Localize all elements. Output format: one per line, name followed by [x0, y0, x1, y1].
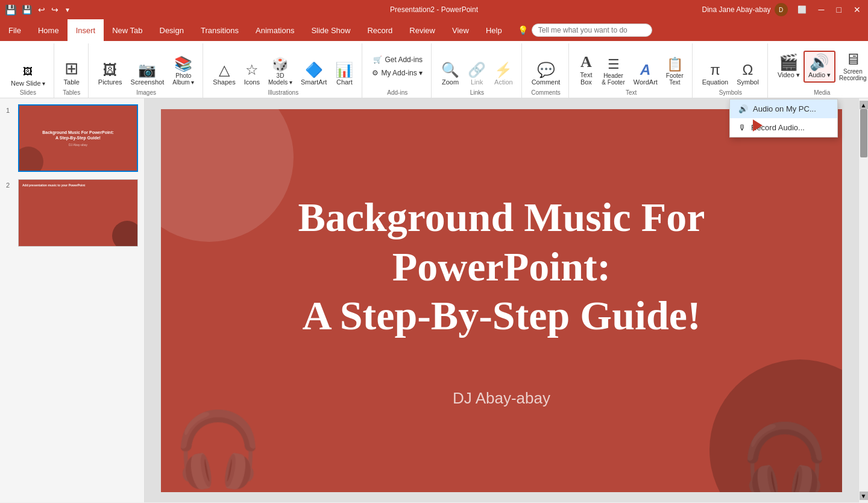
header-footer-button[interactable]: ☰ Header& Footer — [598, 55, 628, 88]
symbol-button[interactable]: Ω Symbol — [733, 60, 763, 88]
user-area: Dina Jane Abay-abay D — [702, 3, 788, 16]
new-slide-icon: 🖼 — [23, 66, 33, 77]
ribbon-group-addins-label: Add-ins — [368, 88, 426, 98]
get-addins-button[interactable]: 🛒 Get Add-ins — [370, 54, 426, 66]
tell-me-input[interactable] — [532, 24, 652, 37]
ribbon-group-links: 🔍 Zoom 🔗 Link ⚡ Action Links — [433, 43, 522, 98]
slide-number-1: 1 — [6, 104, 14, 114]
screen-recording-button[interactable]: 🖥 ScreenRecording — [835, 49, 868, 84]
3d-models-button[interactable]: 🎲 3DModels ▾ — [265, 55, 296, 88]
window-title: Presentation2 - PowerPoint — [390, 5, 478, 14]
3d-models-label: 3DModels ▾ — [268, 72, 292, 86]
screen-recording-label: ScreenRecording — [839, 68, 867, 81]
text-box-button[interactable]: A TextBox — [575, 52, 597, 88]
menu-view[interactable]: View — [444, 19, 477, 41]
scroll-down-button[interactable]: ▼ — [860, 492, 868, 500]
menu-home[interactable]: Home — [30, 19, 68, 41]
new-slide-label: New Slide — [11, 80, 41, 87]
audio-icon: 🔊 — [810, 54, 829, 70]
screenshot-button[interactable]: 📷 Screenshot — [127, 60, 168, 88]
menu-design[interactable]: Design — [151, 19, 192, 41]
audio-on-my-pc-item[interactable]: 🔊 Audio on My PC... — [730, 100, 837, 118]
video-label: Video ▾ — [778, 71, 800, 79]
slide-thumb-inner-1: Background Music For PowerPoint:A Step-B… — [18, 104, 138, 172]
menu-slideshow[interactable]: Slide Show — [303, 19, 359, 41]
ribbon-group-text: A TextBox ☰ Header& Footer A WordArt 📋 F… — [570, 43, 692, 98]
shapes-button[interactable]: △ Shapes — [209, 60, 239, 88]
icons-button[interactable]: ☆ Icons — [241, 60, 263, 88]
audio-button[interactable]: 🔊 Audio ▾ — [804, 51, 835, 83]
icons-label: Icons — [244, 78, 260, 86]
slide-thumb-2[interactable]: 2 Add presentation music to your PowerPo… — [5, 178, 139, 248]
chart-button[interactable]: 📊 Chart — [332, 60, 357, 88]
audio-on-pc-label: Audio on My PC... — [753, 104, 816, 113]
slide-thumb-1[interactable]: 1 Background Music For PowerPoint:A Step… — [5, 103, 139, 173]
minimize-button[interactable]: ─ — [816, 5, 827, 14]
zoom-label: Zoom — [442, 78, 459, 86]
symbol-icon: Ω — [743, 63, 753, 77]
smartart-button[interactable]: 🔷 SmartArt — [297, 60, 330, 88]
restore-window-icon[interactable]: ⬜ — [795, 5, 809, 14]
menu-newtab[interactable]: New Tab — [104, 19, 151, 41]
menu-insert[interactable]: Insert — [68, 19, 104, 41]
slide-number-2: 2 — [6, 179, 14, 189]
photo-album-icon: 📚 — [174, 57, 192, 71]
comment-label: Comment — [532, 78, 561, 86]
record-audio-icon: 🎙 — [738, 123, 746, 132]
slide1-thumb-sub: DJ Abay-abay — [69, 143, 87, 147]
text-box-icon: A — [580, 54, 592, 70]
close-button[interactable]: ✕ — [851, 5, 863, 14]
table-button[interactable]: ⊞ Table — [60, 58, 83, 88]
record-audio-item[interactable]: 🎙 Record Audio... — [730, 118, 837, 137]
scroll-thumb[interactable] — [860, 109, 867, 157]
my-addins-button[interactable]: ⚙ My Add-ins ▾ — [368, 67, 426, 79]
menu-transitions[interactable]: Transitions — [192, 19, 247, 41]
comment-button[interactable]: 💬 Comment — [528, 60, 564, 88]
ribbon-group-symbols: π Equation Ω Symbol Symbols — [694, 43, 768, 98]
main-area: 1 Background Music For PowerPoint:A Step… — [0, 98, 868, 502]
quick-access-customize[interactable]: ▼ — [63, 7, 72, 13]
quick-access-save[interactable]: 💾 — [20, 5, 33, 14]
equation-button[interactable]: π Equation — [699, 60, 732, 88]
menu-animations[interactable]: Animations — [247, 19, 303, 41]
title-bar-left: 💾 💾 ↩ ↪ ▼ — [5, 4, 72, 16]
audio-label: Audio ▾ — [808, 71, 831, 79]
scroll-up-button[interactable]: ▲ — [860, 101, 868, 109]
get-addins-icon: 🛒 — [373, 55, 382, 64]
ribbon-group-tables: ⊞ Table Tables — [55, 43, 89, 98]
footer-text-icon: 📋 — [667, 58, 683, 71]
ribbon-group-text-label: Text — [575, 88, 687, 98]
ribbon-group-media-label: Media — [774, 88, 868, 98]
video-icon: 🎬 — [779, 54, 798, 70]
wordart-button[interactable]: A WordArt — [630, 60, 661, 88]
slides-panel: 1 Background Music For PowerPoint:A Step… — [0, 98, 145, 502]
quick-access-redo[interactable]: ↪ — [50, 5, 60, 14]
quick-access-undo[interactable]: ↩ — [37, 5, 46, 14]
menu-help[interactable]: Help — [477, 19, 511, 41]
pictures-button[interactable]: 🖼 Pictures — [95, 60, 126, 88]
screen-recording-icon: 🖥 — [845, 51, 861, 67]
zoom-button[interactable]: 🔍 Zoom — [438, 60, 463, 88]
smartart-icon: 🔷 — [305, 63, 323, 77]
restore-button[interactable]: □ — [834, 5, 844, 14]
action-label: Action — [494, 78, 513, 86]
action-button[interactable]: ⚡ Action — [491, 60, 517, 88]
footer-text-button[interactable]: 📋 FooterText — [662, 55, 687, 88]
pictures-icon: 🖼 — [103, 63, 118, 77]
video-button[interactable]: 🎬 Video ▾ — [774, 52, 804, 81]
photo-album-label: PhotoAlbum ▾ — [172, 72, 194, 86]
link-button[interactable]: 🔗 Link — [464, 60, 489, 88]
menu-file[interactable]: File — [0, 19, 30, 41]
3d-models-icon: 🎲 — [272, 58, 288, 71]
menu-record[interactable]: Record — [359, 19, 401, 41]
equation-label: Equation — [702, 78, 728, 86]
menu-review[interactable]: Review — [401, 19, 444, 41]
ribbon-group-addins: 🛒 Get Add-ins ⚙ My Add-ins ▾ Add-ins — [363, 43, 432, 98]
screenshot-label: Screenshot — [131, 78, 165, 86]
slide-canvas-area: 🎧 🎧 Background Music ForPowerPoint:A Ste… — [145, 98, 858, 502]
new-slide-button[interactable]: 🖼 New Slide ▾ — [7, 64, 49, 88]
header-footer-label: Header& Footer — [602, 72, 624, 86]
photo-album-button[interactable]: 📚 PhotoAlbum ▾ — [169, 54, 198, 88]
slide-canvas[interactable]: 🎧 🎧 Background Music ForPowerPoint:A Ste… — [161, 109, 842, 492]
scrollbar-area: ▲ ▼ — [858, 98, 868, 502]
